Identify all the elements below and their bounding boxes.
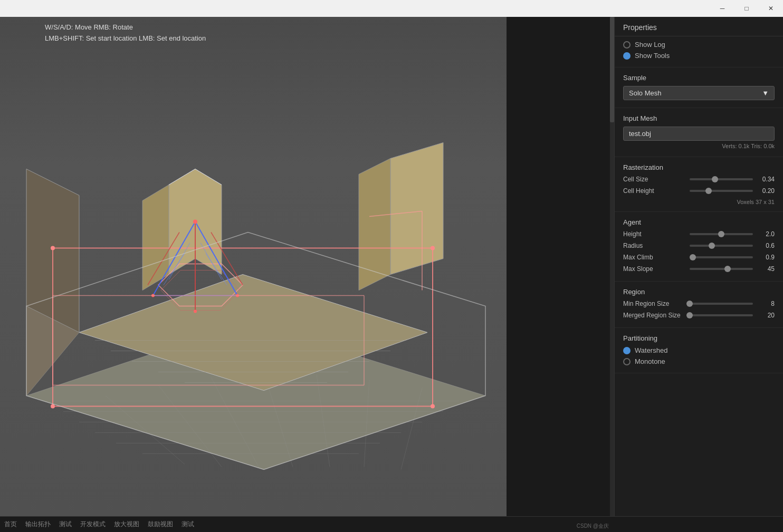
min-region-row: Min Region Size 8 (623, 300, 775, 307)
title-bar: ─ □ ✕ (0, 0, 783, 17)
maximize-button[interactable]: □ (734, 0, 759, 17)
scene-svg (0, 17, 507, 516)
agent-section: Agent Height 2.0 Radius 0.6 Max Climb 0.… (615, 212, 783, 282)
sample-title: Sample (623, 74, 775, 82)
radius-value: 0.6 (756, 242, 775, 249)
taskbar-item-6[interactable]: 测试 (182, 520, 194, 529)
sample-dropdown[interactable]: Solo Mesh ▼ (623, 86, 775, 100)
partitioning-section: Partitioning Watershed Monotone (615, 328, 783, 373)
cell-height-value: 0.20 (756, 187, 775, 195)
viewport[interactable]: W/S/A/D: Move RMB: Rotate LMB+SHIFT: Set… (0, 17, 507, 516)
sample-section: Sample Solo Mesh ▼ (615, 67, 783, 108)
merged-region-thumb[interactable] (686, 312, 693, 318)
min-region-label: Min Region Size (623, 300, 686, 307)
merged-region-slider[interactable] (690, 314, 753, 316)
cell-height-slider[interactable] (690, 190, 753, 192)
cell-height-thumb[interactable] (705, 188, 712, 194)
max-slope-row: Max Slope 45 (623, 265, 775, 273)
region-title: Region (623, 288, 775, 296)
show-tools-row: Show Tools (623, 52, 775, 60)
height-label: Height (623, 230, 686, 238)
show-log-checkbox[interactable] (623, 41, 631, 49)
show-log-label: Show Log (635, 41, 665, 49)
merged-region-row: Merged Region Size 20 (623, 312, 775, 319)
input-mesh-field[interactable]: test.obj (623, 127, 775, 141)
input-mesh-section: Input Mesh test.obj Verts: 0.1k Tris: 0.… (615, 108, 783, 157)
svg-point-45 (193, 220, 197, 224)
max-climb-label: Max Climb (623, 254, 686, 261)
properties-panel: Properties Show Log Show Tools Sample So… (614, 17, 783, 532)
max-climb-thumb[interactable] (690, 254, 696, 260)
mesh-info: Verts: 0.1k Tris: 0.0k (623, 143, 775, 149)
monotone-radio[interactable] (623, 358, 631, 365)
monotone-label: Monotone (635, 357, 665, 365)
cell-size-thumb[interactable] (712, 176, 718, 182)
radius-slider[interactable] (690, 245, 753, 247)
merged-region-value: 20 (756, 312, 775, 319)
taskbar-item-1[interactable]: 输出拓扑 (25, 520, 51, 529)
cell-height-label: Cell Height (623, 187, 686, 195)
watershed-label: Watershed (635, 346, 667, 354)
taskbar-item-4[interactable]: 放大视图 (114, 520, 139, 529)
panel-scrollbar[interactable] (610, 17, 614, 532)
height-slider[interactable] (690, 233, 753, 235)
partitioning-title: Partitioning (623, 334, 775, 342)
agent-title: Agent (623, 218, 775, 226)
taskbar-item-5[interactable]: 鼓励视图 (148, 520, 173, 529)
max-climb-row: Max Climb 0.9 (623, 254, 775, 261)
taskbar: 首页 输出拓扑 测试 开发模式 放大视图 鼓励视图 测试 CSDN @金庆 (0, 516, 783, 532)
watershed-row: Watershed (623, 346, 775, 354)
region-section: Region Min Region Size 8 Merged Region S… (615, 282, 783, 328)
max-climb-value: 0.9 (756, 254, 775, 261)
radius-row: Radius 0.6 (623, 242, 775, 249)
cell-size-value: 0.34 (756, 176, 775, 183)
min-region-slider[interactable] (690, 303, 753, 305)
scrollbar-thumb[interactable] (610, 17, 614, 122)
max-climb-slider[interactable] (690, 256, 753, 258)
cell-size-label: Cell Size (623, 176, 686, 183)
height-row: Height 2.0 (623, 230, 775, 238)
cell-size-row: Cell Size 0.34 (623, 176, 775, 183)
taskbar-item-3[interactable]: 开发模式 (80, 520, 106, 529)
watermark: CSDN @金庆 (577, 523, 609, 530)
svg-marker-25 (390, 143, 443, 275)
merged-region-label: Merged Region Size (623, 312, 686, 319)
svg-point-31 (431, 404, 435, 409)
max-slope-value: 45 (756, 265, 775, 273)
taskbar-item-2[interactable]: 测试 (59, 520, 72, 529)
min-region-thumb[interactable] (686, 301, 693, 307)
show-log-row: Show Log (623, 41, 775, 49)
show-tools-checkbox[interactable] (623, 52, 631, 60)
radius-thumb[interactable] (709, 243, 715, 249)
svg-point-30 (431, 246, 435, 250)
watershed-radio[interactable] (623, 347, 631, 354)
cell-height-row: Cell Height 0.20 (623, 187, 775, 195)
minimize-button[interactable]: ─ (710, 0, 734, 17)
rasterization-section: Rasterization Cell Size 0.34 Cell Height… (615, 157, 783, 212)
show-tools-label: Show Tools (635, 52, 670, 60)
max-slope-slider[interactable] (690, 268, 753, 270)
radius-label: Radius (623, 242, 686, 249)
properties-header: Properties (615, 17, 783, 36)
rasterization-title: Rasterization (623, 163, 775, 171)
svg-point-48 (194, 310, 197, 313)
input-mesh-title: Input Mesh (623, 114, 775, 122)
window-controls: ─ □ ✕ (710, 0, 783, 17)
cell-size-slider[interactable] (690, 178, 753, 180)
max-slope-label: Max Slope (623, 265, 686, 273)
height-thumb[interactable] (718, 231, 724, 237)
max-slope-thumb[interactable] (724, 266, 731, 272)
svg-point-29 (51, 246, 55, 250)
svg-marker-26 (359, 159, 390, 291)
monotone-row: Monotone (623, 357, 775, 365)
taskbar-item-0[interactable]: 首页 (4, 520, 17, 529)
close-button[interactable]: ✕ (759, 0, 783, 17)
voxels-info: Voxels 37 x 31 (623, 199, 775, 205)
min-region-value: 8 (756, 300, 775, 307)
show-log-section: Show Log Show Tools (615, 36, 783, 67)
height-value: 2.0 (756, 230, 775, 238)
